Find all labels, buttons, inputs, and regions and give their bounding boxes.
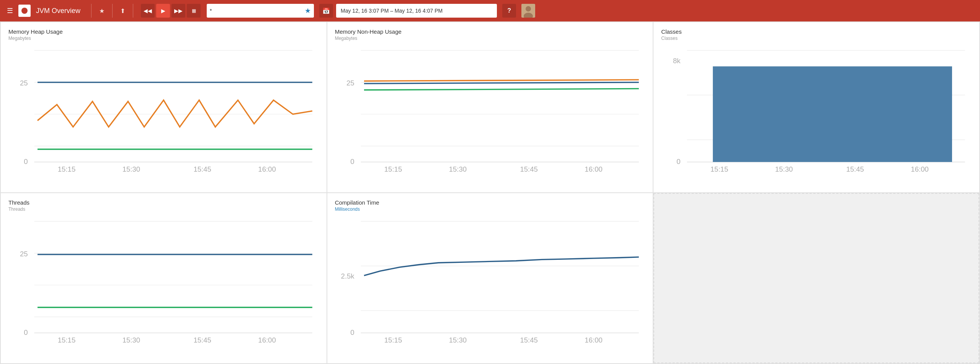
memory-heap-subtitle: Megabytes <box>8 36 319 41</box>
svg-text:15:30: 15:30 <box>449 165 466 173</box>
svg-text:16:00: 16:00 <box>258 336 276 344</box>
svg-text:15:45: 15:45 <box>193 165 211 173</box>
threads-panel: Threads Threads 25 0 15:15 15:30 15:45 1… <box>1 193 327 363</box>
classes-title: Classes <box>661 28 972 35</box>
svg-point-1 <box>526 6 531 11</box>
memory-non-heap-panel: Memory Non-Heap Usage Megabytes 25 0 15:… <box>327 22 653 192</box>
compilation-chart: 2.5k 0 15:15 15:30 15:45 16:00 <box>335 215 645 355</box>
memory-non-heap-title: Memory Non-Heap Usage <box>335 28 645 35</box>
rewind-button[interactable]: ◀◀ <box>141 4 155 18</box>
svg-text:0: 0 <box>24 328 28 336</box>
threads-title: Threads <box>8 199 319 206</box>
memory-non-heap-subtitle: Megabytes <box>335 36 645 41</box>
memory-non-heap-chart: 25 0 15:15 15:30 15:45 16:00 <box>335 44 645 184</box>
svg-text:0: 0 <box>350 328 354 336</box>
calendar-button[interactable]: 📅 <box>319 4 333 18</box>
svg-text:16:00: 16:00 <box>585 165 602 173</box>
app-title: JVM Overview <box>36 7 80 15</box>
svg-text:16:00: 16:00 <box>911 165 929 173</box>
svg-text:16:00: 16:00 <box>585 336 602 344</box>
svg-text:15:15: 15:15 <box>384 336 402 344</box>
star-button[interactable]: ★ <box>96 5 108 17</box>
compilation-panel: Compilation Time Milliseconds 2.5k 0 15:… <box>327 193 653 363</box>
forward-button[interactable]: ▶▶ <box>172 4 185 18</box>
svg-text:0: 0 <box>24 157 28 166</box>
memory-heap-panel: Memory Heap Usage Megabytes 25 0 15:15 1… <box>1 22 327 192</box>
menu-icon[interactable]: ☰ <box>5 4 15 17</box>
compilation-title: Compilation Time <box>335 199 645 206</box>
classes-panel: Classes Classes 8k 0 15:15 15:30 15:45 1… <box>653 22 979 192</box>
app-logo <box>18 5 31 17</box>
threads-chart: 25 0 15:15 15:30 15:45 16:00 <box>8 215 319 355</box>
svg-text:15:45: 15:45 <box>520 336 537 344</box>
search-input[interactable] <box>210 8 305 14</box>
svg-text:15:30: 15:30 <box>775 165 793 173</box>
svg-text:15:15: 15:15 <box>710 165 728 173</box>
playback-controls: ◀◀ ▶ ▶▶ ▦ <box>141 4 201 18</box>
share-button[interactable]: ⬆ <box>117 5 128 17</box>
table-button[interactable]: ▦ <box>187 4 201 18</box>
classes-chart: 8k 0 15:15 15:30 15:45 16:00 <box>661 44 972 184</box>
svg-rect-35 <box>713 66 952 162</box>
compilation-subtitle: Milliseconds <box>335 207 645 212</box>
svg-text:0: 0 <box>677 157 681 166</box>
divider-1 <box>91 4 91 18</box>
empty-panel <box>653 193 979 363</box>
memory-heap-chart: 25 0 15:15 15:30 15:45 16:00 <box>8 44 319 184</box>
divider-2 <box>112 4 113 18</box>
favorite-icon[interactable]: ★ <box>305 7 311 15</box>
header: ☰ JVM Overview ★ ⬆ ◀◀ ▶ ▶▶ ▦ ★ 📅 May 12,… <box>0 0 980 21</box>
svg-text:15:45: 15:45 <box>193 336 211 344</box>
svg-text:25: 25 <box>20 79 28 87</box>
search-area: ★ <box>207 4 314 18</box>
svg-text:16:00: 16:00 <box>258 165 276 173</box>
user-avatar[interactable] <box>521 4 535 18</box>
svg-text:2.5k: 2.5k <box>341 272 354 280</box>
svg-text:8k: 8k <box>673 57 681 65</box>
divider-3 <box>133 4 133 18</box>
classes-subtitle: Classes <box>661 36 972 41</box>
logo-dot <box>21 8 28 14</box>
svg-text:25: 25 <box>20 250 28 258</box>
svg-text:15:45: 15:45 <box>846 165 864 173</box>
svg-text:25: 25 <box>346 79 354 87</box>
svg-text:15:15: 15:15 <box>384 165 402 173</box>
memory-heap-title: Memory Heap Usage <box>8 28 319 35</box>
date-range-display[interactable]: May 12, 16 3:07 PM – May 12, 16 4:07 PM <box>336 4 497 18</box>
svg-text:15:30: 15:30 <box>122 336 140 344</box>
svg-text:0: 0 <box>350 157 354 166</box>
svg-text:15:30: 15:30 <box>449 336 466 344</box>
play-button[interactable]: ▶ <box>156 4 170 18</box>
main-grid: Memory Heap Usage Megabytes 25 0 15:15 1… <box>0 21 980 364</box>
help-button[interactable]: ? <box>502 4 516 18</box>
svg-text:15:15: 15:15 <box>58 336 75 344</box>
svg-text:15:45: 15:45 <box>520 165 537 173</box>
svg-text:15:15: 15:15 <box>58 165 75 173</box>
svg-text:15:30: 15:30 <box>122 165 140 173</box>
threads-subtitle: Threads <box>8 207 319 212</box>
